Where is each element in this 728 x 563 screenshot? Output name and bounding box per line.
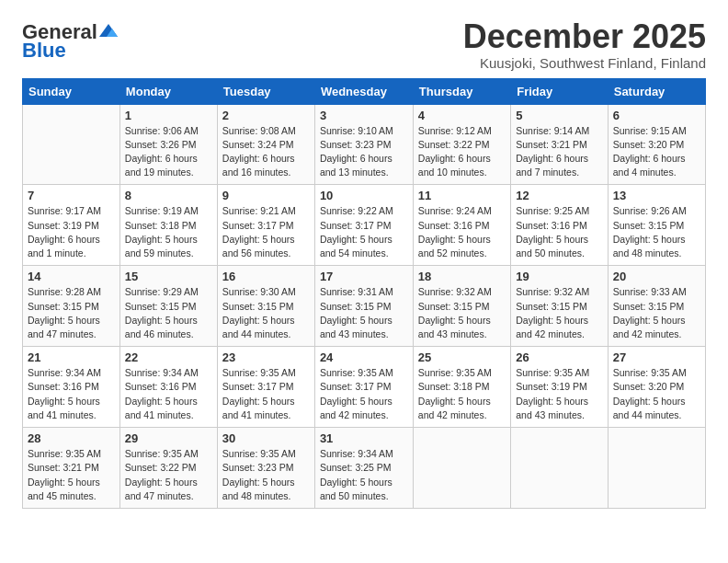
- day-info: Sunrise: 9:19 AM Sunset: 3:18 PM Dayligh…: [125, 204, 212, 260]
- calendar-week-row: 28Sunrise: 9:35 AM Sunset: 3:21 PM Dayli…: [23, 428, 706, 509]
- day-info: Sunrise: 9:22 AM Sunset: 3:17 PM Dayligh…: [320, 204, 408, 260]
- weekday-header: Monday: [119, 78, 217, 104]
- day-info: Sunrise: 9:35 AM Sunset: 3:17 PM Dayligh…: [222, 366, 310, 422]
- day-info: Sunrise: 9:24 AM Sunset: 3:16 PM Dayligh…: [418, 204, 506, 260]
- day-info: Sunrise: 9:14 AM Sunset: 3:21 PM Dayligh…: [516, 124, 603, 180]
- month-title: December 2025: [463, 18, 706, 55]
- calendar-cell: 21Sunrise: 9:34 AM Sunset: 3:16 PM Dayli…: [23, 347, 120, 428]
- calendar-week-row: 14Sunrise: 9:28 AM Sunset: 3:15 PM Dayli…: [23, 266, 706, 347]
- day-info: Sunrise: 9:06 AM Sunset: 3:26 PM Dayligh…: [125, 124, 212, 180]
- day-info: Sunrise: 9:31 AM Sunset: 3:15 PM Dayligh…: [320, 285, 408, 341]
- day-number: 7: [28, 189, 115, 202]
- calendar-cell: 8Sunrise: 9:19 AM Sunset: 3:18 PM Daylig…: [119, 185, 217, 266]
- title-block: December 2025 Kuusjoki, Southwest Finlan…: [463, 18, 706, 71]
- day-number: 31: [320, 431, 408, 445]
- calendar-cell: 22Sunrise: 9:34 AM Sunset: 3:16 PM Dayli…: [119, 347, 217, 428]
- day-number: 18: [418, 270, 506, 283]
- calendar-cell: 13Sunrise: 9:26 AM Sunset: 3:15 PM Dayli…: [608, 185, 705, 266]
- day-number: 4: [418, 109, 506, 122]
- day-info: Sunrise: 9:15 AM Sunset: 3:20 PM Dayligh…: [613, 124, 700, 180]
- calendar-cell: 6Sunrise: 9:15 AM Sunset: 3:20 PM Daylig…: [608, 104, 705, 185]
- day-info: Sunrise: 9:35 AM Sunset: 3:19 PM Dayligh…: [516, 366, 603, 422]
- calendar-cell: 26Sunrise: 9:35 AM Sunset: 3:19 PM Dayli…: [511, 347, 609, 428]
- calendar-table: SundayMondayTuesdayWednesdayThursdayFrid…: [22, 78, 706, 509]
- day-number: 8: [125, 189, 212, 202]
- calendar-cell: 29Sunrise: 9:35 AM Sunset: 3:22 PM Dayli…: [119, 428, 217, 509]
- weekday-header: Wednesday: [314, 78, 413, 104]
- day-info: Sunrise: 9:26 AM Sunset: 3:15 PM Dayligh…: [613, 204, 700, 260]
- calendar-cell: 14Sunrise: 9:28 AM Sunset: 3:15 PM Dayli…: [23, 266, 120, 347]
- day-number: 2: [222, 109, 310, 122]
- day-number: 22: [125, 350, 212, 364]
- weekday-header: Saturday: [608, 78, 705, 104]
- calendar-cell: 27Sunrise: 9:35 AM Sunset: 3:20 PM Dayli…: [608, 347, 705, 428]
- calendar-cell: 10Sunrise: 9:22 AM Sunset: 3:17 PM Dayli…: [314, 185, 413, 266]
- day-number: 20: [613, 270, 700, 283]
- day-info: Sunrise: 9:35 AM Sunset: 3:17 PM Dayligh…: [320, 366, 408, 422]
- day-number: 3: [320, 109, 408, 122]
- day-number: 30: [222, 431, 310, 445]
- logo-blue: Blue: [22, 40, 66, 61]
- calendar-cell: 19Sunrise: 9:32 AM Sunset: 3:15 PM Dayli…: [511, 266, 609, 347]
- day-number: 13: [613, 189, 700, 202]
- day-number: 28: [28, 431, 115, 445]
- day-number: 29: [125, 431, 212, 445]
- calendar-cell: [413, 428, 510, 509]
- calendar-cell: 20Sunrise: 9:33 AM Sunset: 3:15 PM Dayli…: [608, 266, 705, 347]
- weekday-header: Tuesday: [217, 78, 314, 104]
- day-info: Sunrise: 9:32 AM Sunset: 3:15 PM Dayligh…: [516, 285, 603, 341]
- day-info: Sunrise: 9:21 AM Sunset: 3:17 PM Dayligh…: [222, 204, 310, 260]
- calendar-cell: 24Sunrise: 9:35 AM Sunset: 3:17 PM Dayli…: [314, 347, 413, 428]
- day-info: Sunrise: 9:08 AM Sunset: 3:24 PM Dayligh…: [222, 124, 310, 180]
- day-info: Sunrise: 9:35 AM Sunset: 3:20 PM Dayligh…: [613, 366, 700, 422]
- location: Kuusjoki, Southwest Finland, Finland: [463, 55, 706, 71]
- day-info: Sunrise: 9:32 AM Sunset: 3:15 PM Dayligh…: [418, 285, 506, 341]
- day-info: Sunrise: 9:28 AM Sunset: 3:15 PM Dayligh…: [28, 285, 115, 341]
- calendar-cell: 17Sunrise: 9:31 AM Sunset: 3:15 PM Dayli…: [314, 266, 413, 347]
- calendar-cell: 7Sunrise: 9:17 AM Sunset: 3:19 PM Daylig…: [23, 185, 120, 266]
- day-info: Sunrise: 9:35 AM Sunset: 3:23 PM Dayligh…: [222, 447, 310, 503]
- day-info: Sunrise: 9:12 AM Sunset: 3:22 PM Dayligh…: [418, 124, 506, 180]
- day-info: Sunrise: 9:35 AM Sunset: 3:18 PM Dayligh…: [418, 366, 506, 422]
- calendar-cell: 11Sunrise: 9:24 AM Sunset: 3:16 PM Dayli…: [413, 185, 510, 266]
- calendar-cell: 4Sunrise: 9:12 AM Sunset: 3:22 PM Daylig…: [413, 104, 510, 185]
- day-info: Sunrise: 9:35 AM Sunset: 3:22 PM Dayligh…: [125, 447, 212, 503]
- day-info: Sunrise: 9:35 AM Sunset: 3:21 PM Dayligh…: [28, 447, 115, 503]
- page-header: General Blue December 2025 Kuusjoki, Sou…: [22, 18, 706, 71]
- calendar-cell: 23Sunrise: 9:35 AM Sunset: 3:17 PM Dayli…: [217, 347, 314, 428]
- calendar-cell: 18Sunrise: 9:32 AM Sunset: 3:15 PM Dayli…: [413, 266, 510, 347]
- weekday-header: Sunday: [23, 78, 120, 104]
- calendar-cell: 25Sunrise: 9:35 AM Sunset: 3:18 PM Dayli…: [413, 347, 510, 428]
- calendar-cell: 2Sunrise: 9:08 AM Sunset: 3:24 PM Daylig…: [217, 104, 314, 185]
- day-number: 24: [320, 350, 408, 364]
- calendar-cell: 9Sunrise: 9:21 AM Sunset: 3:17 PM Daylig…: [217, 185, 314, 266]
- day-number: 27: [613, 350, 700, 364]
- day-info: Sunrise: 9:29 AM Sunset: 3:15 PM Dayligh…: [125, 285, 212, 341]
- calendar-cell: 12Sunrise: 9:25 AM Sunset: 3:16 PM Dayli…: [511, 185, 609, 266]
- day-info: Sunrise: 9:33 AM Sunset: 3:15 PM Dayligh…: [613, 285, 700, 341]
- day-number: 17: [320, 270, 408, 283]
- calendar-cell: 31Sunrise: 9:34 AM Sunset: 3:25 PM Dayli…: [314, 428, 413, 509]
- day-number: 16: [222, 270, 310, 283]
- day-number: 1: [125, 109, 212, 122]
- weekday-header: Thursday: [413, 78, 510, 104]
- day-number: 12: [516, 189, 603, 202]
- day-number: 10: [320, 189, 408, 202]
- day-number: 15: [125, 270, 212, 283]
- logo-icon: [99, 24, 118, 39]
- calendar-cell: 3Sunrise: 9:10 AM Sunset: 3:23 PM Daylig…: [314, 104, 413, 185]
- calendar-week-row: 1Sunrise: 9:06 AM Sunset: 3:26 PM Daylig…: [23, 104, 706, 185]
- calendar-week-row: 21Sunrise: 9:34 AM Sunset: 3:16 PM Dayli…: [23, 347, 706, 428]
- calendar-cell: 15Sunrise: 9:29 AM Sunset: 3:15 PM Dayli…: [119, 266, 217, 347]
- day-info: Sunrise: 9:34 AM Sunset: 3:25 PM Dayligh…: [320, 447, 408, 503]
- day-info: Sunrise: 9:30 AM Sunset: 3:15 PM Dayligh…: [222, 285, 310, 341]
- day-info: Sunrise: 9:34 AM Sunset: 3:16 PM Dayligh…: [28, 366, 115, 422]
- calendar-cell: 1Sunrise: 9:06 AM Sunset: 3:26 PM Daylig…: [119, 104, 217, 185]
- calendar-cell: 16Sunrise: 9:30 AM Sunset: 3:15 PM Dayli…: [217, 266, 314, 347]
- day-number: 19: [516, 270, 603, 283]
- day-info: Sunrise: 9:25 AM Sunset: 3:16 PM Dayligh…: [516, 204, 603, 260]
- day-number: 11: [418, 189, 506, 202]
- calendar-cell: 30Sunrise: 9:35 AM Sunset: 3:23 PM Dayli…: [217, 428, 314, 509]
- day-number: 9: [222, 189, 310, 202]
- calendar-cell: 5Sunrise: 9:14 AM Sunset: 3:21 PM Daylig…: [511, 104, 609, 185]
